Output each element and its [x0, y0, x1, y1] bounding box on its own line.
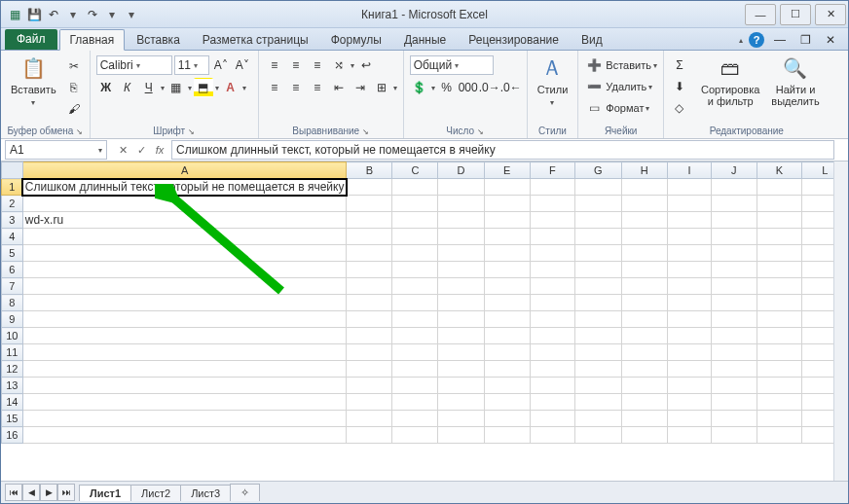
- cell-I15[interactable]: [667, 411, 712, 427]
- decrease-indent-icon[interactable]: ⇤: [329, 78, 349, 97]
- cell-K16[interactable]: [757, 427, 802, 444]
- cell-H8[interactable]: [621, 295, 667, 311]
- insert-function-icon[interactable]: fx: [152, 144, 167, 156]
- cell-F15[interactable]: [530, 411, 575, 427]
- cell-I1[interactable]: [667, 179, 712, 196]
- close-button[interactable]: ✕: [815, 4, 846, 25]
- qat-customize-icon[interactable]: ▾: [124, 7, 139, 22]
- cell-J12[interactable]: [712, 361, 757, 378]
- cell-C14[interactable]: [392, 394, 438, 411]
- cell-B11[interactable]: [347, 344, 392, 361]
- cell-G7[interactable]: [575, 278, 621, 295]
- redo-dropdown-icon[interactable]: ▾: [104, 7, 120, 22]
- cell-A6[interactable]: [22, 262, 347, 278]
- cell-I14[interactable]: [667, 394, 712, 411]
- doc-close-icon[interactable]: ✕: [821, 30, 840, 50]
- cell-A10[interactable]: [22, 328, 347, 344]
- align-right-icon[interactable]: ≡: [308, 78, 327, 97]
- cell-B5[interactable]: [347, 245, 392, 262]
- cell-A5[interactable]: [22, 245, 347, 262]
- increase-indent-icon[interactable]: ⇥: [351, 78, 370, 97]
- cell-A4[interactable]: [22, 229, 347, 245]
- cell-I9[interactable]: [667, 311, 712, 328]
- select-all-corner[interactable]: [2, 162, 23, 179]
- row-header-4[interactable]: 4: [2, 229, 23, 245]
- cell-G13[interactable]: [575, 378, 621, 394]
- currency-icon[interactable]: 💲: [410, 78, 429, 97]
- cell-A16[interactable]: [22, 427, 347, 444]
- cell-E5[interactable]: [484, 245, 530, 262]
- tab-home[interactable]: Главная: [59, 29, 126, 51]
- clipboard-launcher-icon[interactable]: ↘: [76, 127, 83, 136]
- row-header-6[interactable]: 6: [2, 262, 23, 278]
- col-header-E[interactable]: E: [484, 162, 530, 179]
- align-middle-icon[interactable]: ≡: [286, 55, 306, 75]
- cell-H12[interactable]: [621, 361, 667, 378]
- cell-K15[interactable]: [757, 411, 802, 427]
- cell-K8[interactable]: [757, 295, 802, 311]
- cell-G14[interactable]: [575, 394, 621, 411]
- delete-cells-button[interactable]: ➖Удалить ▾: [584, 77, 652, 96]
- cell-D3[interactable]: [438, 212, 484, 229]
- cell-J6[interactable]: [712, 262, 757, 278]
- cell-E2[interactable]: [484, 196, 530, 212]
- cell-D1[interactable]: [438, 179, 484, 196]
- decrease-decimal-icon[interactable]: .0←: [501, 78, 521, 97]
- cell-K7[interactable]: [757, 278, 802, 295]
- cell-K13[interactable]: [757, 378, 802, 394]
- cell-I6[interactable]: [667, 262, 712, 278]
- font-color-icon[interactable]: A: [221, 78, 240, 97]
- cell-C3[interactable]: [392, 212, 438, 229]
- col-header-G[interactable]: G: [575, 162, 621, 179]
- fill-icon[interactable]: ⬇: [670, 77, 689, 96]
- increase-decimal-icon[interactable]: .0→: [480, 78, 499, 97]
- cell-G9[interactable]: [575, 311, 621, 328]
- underline-icon[interactable]: Ч: [139, 78, 159, 97]
- row-header-13[interactable]: 13: [2, 378, 23, 394]
- cell-E11[interactable]: [484, 344, 530, 361]
- cell-K4[interactable]: [757, 229, 802, 245]
- cell-A8[interactable]: [22, 295, 347, 311]
- worksheet-grid[interactable]: ABCDEFGHIJKL1Слишком длинный текст, кото…: [1, 162, 848, 483]
- cell-G5[interactable]: [575, 245, 621, 262]
- col-header-A[interactable]: A: [22, 162, 347, 179]
- sheet-tab-new[interactable]: ✧: [230, 484, 260, 501]
- cell-A14[interactable]: [22, 394, 347, 411]
- cell-F5[interactable]: [530, 245, 575, 262]
- cell-K5[interactable]: [757, 245, 802, 262]
- undo-dropdown-icon[interactable]: ▾: [65, 7, 81, 22]
- cell-D15[interactable]: [438, 411, 484, 427]
- save-icon[interactable]: 💾: [26, 7, 42, 22]
- styles-dropdown-icon[interactable]: ▾: [550, 97, 554, 109]
- tab-view[interactable]: Вид: [571, 29, 613, 50]
- align-left-icon[interactable]: ≡: [265, 78, 284, 97]
- cell-J9[interactable]: [712, 311, 757, 328]
- cell-C5[interactable]: [392, 245, 438, 262]
- merge-icon[interactable]: ⊞: [372, 78, 391, 97]
- cell-B7[interactable]: [347, 278, 392, 295]
- cell-G4[interactable]: [575, 229, 621, 245]
- autosum-icon[interactable]: Σ: [670, 55, 689, 75]
- cell-B4[interactable]: [347, 229, 392, 245]
- cell-F2[interactable]: [530, 196, 575, 212]
- cell-H11[interactable]: [621, 344, 667, 361]
- row-header-5[interactable]: 5: [2, 245, 23, 262]
- row-header-2[interactable]: 2: [2, 196, 23, 212]
- col-header-K[interactable]: K: [757, 162, 802, 179]
- cell-F11[interactable]: [530, 344, 575, 361]
- border-icon[interactable]: ▦: [166, 78, 186, 97]
- cell-D14[interactable]: [438, 394, 484, 411]
- font-launcher-icon[interactable]: ↘: [188, 127, 195, 136]
- col-header-I[interactable]: I: [667, 162, 712, 179]
- cell-E4[interactable]: [484, 229, 530, 245]
- row-header-9[interactable]: 9: [2, 311, 23, 328]
- cell-E10[interactable]: [484, 328, 530, 344]
- col-header-C[interactable]: C: [392, 162, 438, 179]
- cell-J3[interactable]: [712, 212, 757, 229]
- cell-C9[interactable]: [392, 311, 438, 328]
- cell-D7[interactable]: [438, 278, 484, 295]
- cell-A9[interactable]: [22, 311, 347, 328]
- sheet-nav-last-icon[interactable]: ⏭: [57, 484, 75, 501]
- sheet-tab-1[interactable]: Лист1: [79, 485, 131, 501]
- cell-C1[interactable]: [392, 179, 438, 196]
